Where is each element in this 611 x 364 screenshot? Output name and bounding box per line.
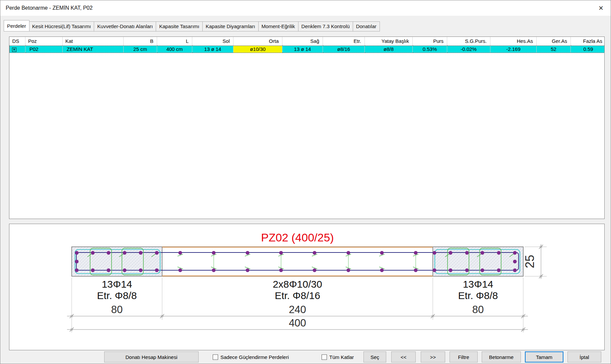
cell-sg-purs: -0.02% (447, 46, 490, 53)
column-header-ds[interactable]: DS (10, 37, 25, 46)
left-end-zone (72, 247, 162, 276)
left-zone-stirrup-label: Etr. Φ8/8 (97, 290, 137, 301)
rebar-dot (107, 269, 111, 272)
cell-l: 400 cm (157, 46, 192, 53)
column-header-yatay-baslik[interactable]: Yatay Başlık (365, 37, 413, 46)
rebar-dot (481, 251, 484, 255)
checkbox-label: Sadece Güçlendirme Perdeleri (220, 354, 289, 360)
checkbox-label: Tüm Katlar (329, 354, 354, 360)
rebar-dot (123, 251, 127, 255)
all-floors-checkbox[interactable]: Tüm Katlar (322, 354, 354, 360)
title-bar: Perde Betonarme - ZEMİN KAT, P02 × (0, 0, 611, 16)
rebar-dot (414, 251, 418, 255)
rebar-dot (513, 269, 517, 272)
perde-betonarme-dialog: Perde Betonarme - ZEMİN KAT, P02 × Perde… (0, 0, 611, 364)
column-header-purs[interactable]: Purs (413, 37, 447, 46)
betonarme-button[interactable]: Betonarme (482, 352, 521, 363)
next-button[interactable]: >> (421, 352, 445, 363)
rebar-dot (91, 269, 95, 272)
footer-bar: Donatı Hesap Makinesi Sadece Güçlendirme… (0, 350, 611, 364)
checkbox-icon[interactable] (322, 354, 327, 360)
web-bars-label: 2x8Φ10/30 (273, 279, 322, 290)
cell-ger-as: 52 (537, 46, 571, 53)
left-zone-bars-label: 13Φ14 (102, 279, 132, 290)
dim-right-80: 80 (472, 304, 484, 315)
rebar-dot (75, 269, 79, 272)
cell-orta: ø10/30 (233, 46, 282, 53)
rebar-dot (380, 269, 384, 272)
rebar-dot (75, 251, 79, 255)
rebar-dot (246, 269, 250, 272)
cell-purs: 0.53% (413, 46, 447, 53)
cell-ds: × (10, 46, 25, 53)
cell-fazla-as: 0.59 (571, 46, 605, 53)
column-header-etr[interactable]: Etr. (323, 37, 365, 46)
rebar-dot (179, 251, 182, 255)
rebar-dot (380, 251, 384, 255)
rebar-dot (433, 269, 436, 272)
rebar-dot (139, 251, 143, 255)
checkbox-icon[interactable] (213, 354, 218, 360)
rebar-dot (414, 269, 418, 272)
rebar-dot (139, 269, 143, 272)
cell-sol: 13 ø 14 (192, 46, 233, 53)
tab-denklem-73[interactable]: Denklem 7.3 Kontrolü (298, 21, 353, 31)
previous-button[interactable]: << (391, 352, 416, 363)
tab-perdeler[interactable]: Perdeler (4, 20, 29, 31)
rebar-dot (279, 251, 283, 255)
column-header-poz[interactable]: Poz (25, 37, 63, 46)
rebar-dot (465, 251, 469, 255)
only-strengthening-walls-checkbox[interactable]: Sadece Güçlendirme Perdeleri (213, 354, 289, 360)
column-header-hes-as[interactable]: Hes.As (490, 37, 537, 46)
tab-kuvvetler-donati[interactable]: Kuvvetler-Donatı Alanları (94, 21, 156, 31)
rebar-dot (347, 269, 350, 272)
rebar-dot (107, 251, 111, 255)
rebar-dot (279, 269, 283, 272)
rebar-dot (212, 251, 216, 255)
tab-kapasite-tasarimi[interactable]: Kapasite Tasarımı (156, 21, 203, 31)
tab-moment-egrilik[interactable]: Moment-Eğrilik (259, 21, 298, 31)
select-button[interactable]: Seç (363, 352, 386, 363)
cell-poz: P02 (25, 46, 63, 53)
web-stirrup-label: Etr. Φ8/16 (275, 290, 320, 301)
column-header-sg-purs[interactable]: S.G.Purs. (447, 37, 490, 46)
cancel-button[interactable]: İptal (567, 352, 601, 363)
rebar-dot (179, 269, 182, 272)
rebar-dot (212, 269, 216, 272)
tab-kapasite-diyagramlari[interactable]: Kapasite Diyagramları (203, 21, 259, 31)
right-zone-stirrup-label: Etr. Φ8/8 (458, 290, 498, 301)
column-header-fazla-as[interactable]: Fazla As (571, 37, 605, 46)
tab-donatilar[interactable]: Donatılar (353, 21, 380, 31)
column-header-kat[interactable]: Kat (63, 37, 124, 46)
cell-yatay-baslik: ø8/8 (365, 46, 413, 53)
tab-kesit-hucresi[interactable]: Kesit Hücresi(Lif) Tasarımı (29, 21, 94, 31)
walls-table-panel: DS Poz Kat B L Sol Orta Sağ Etr. Yatay B… (9, 37, 605, 219)
rebar-dot (313, 269, 317, 272)
cell-etr: ø8/16 (323, 46, 365, 53)
column-header-l[interactable]: L (157, 37, 192, 46)
dim-left-80: 80 (111, 304, 123, 315)
height-dimension-label: 25 (523, 255, 537, 268)
filter-button[interactable]: Filtre (450, 352, 478, 363)
close-icon[interactable]: × (597, 4, 605, 12)
rebar-dot (465, 269, 469, 272)
table-row[interactable]: × P02 ZEMİN KAT 25 cm 400 cm 13 ø 14 ø10… (10, 46, 605, 53)
column-header-b[interactable]: B (124, 37, 157, 46)
rebar-dot (91, 251, 95, 255)
rebar-dot (347, 251, 350, 255)
cell-hes-as: -2.169 (490, 46, 537, 53)
rebar-dot (433, 251, 436, 255)
ok-button[interactable]: Tamam (525, 352, 563, 363)
rebar-calculator-button[interactable]: Donatı Hesap Makinesi (104, 352, 199, 363)
rebar-dot (481, 269, 484, 272)
row-checkbox-checked-icon[interactable]: × (12, 48, 16, 52)
drawing-title: PZ02 (400/25) (261, 231, 334, 244)
wall-section-drawing-panel: PZ02 (400/25) 25 13Φ14 (9, 224, 605, 350)
column-header-sol[interactable]: Sol (192, 37, 233, 46)
column-header-sag[interactable]: Sağ (282, 37, 323, 46)
column-header-ger-as[interactable]: Ger.As (537, 37, 571, 46)
rebar-dot (513, 260, 517, 264)
wall-section-drawing: PZ02 (400/25) 25 13Φ14 (9, 224, 606, 349)
rebar-dot (513, 251, 517, 255)
column-header-orta[interactable]: Orta (233, 37, 282, 46)
